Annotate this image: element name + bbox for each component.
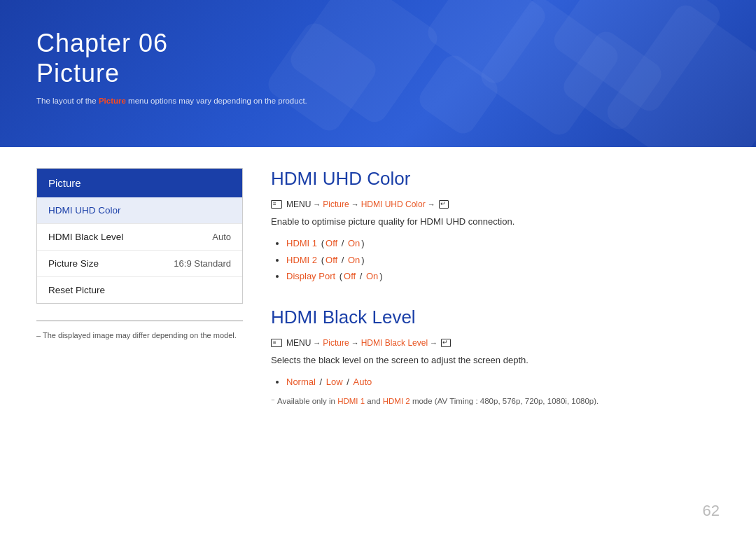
hdmi2-on: On [348,255,360,265]
footnote-hdmi1: HDMI 1 [337,397,365,405]
menu-path-link-picture: Picture [323,199,349,209]
menu-path-link-picture-2: Picture [323,338,349,348]
hdmi1-on: On [348,238,360,248]
option-auto: Auto [353,377,372,387]
chapter-title: Picture [36,58,720,88]
menu-path-menu-text: MENU [286,199,311,209]
menu-path-hdmi-uhd-color: MENU → Picture → HDMI UHD Color → [271,199,720,209]
option-low: Low [326,377,343,387]
header-section: Chapter 06 Picture The layout of the Pic… [0,0,756,147]
hdmi1-off: Off [326,238,337,248]
menu-icon-2 [271,339,282,347]
arrow-icon-4: → [313,339,321,347]
header-content: Chapter 06 Picture The layout of the Pic… [0,0,756,105]
menu-icon [271,200,282,209]
enter-icon-2 [441,339,451,347]
displayport-label: Display Port [286,271,335,281]
menu-item-label: HDMI Black Level [48,232,123,242]
page-wrapper: Chapter 06 Picture The layout of the Pic… [0,0,756,534]
menu-item-label: Picture Size [48,258,99,269]
hdmi-black-level-description: Selects the black level on the screen to… [271,353,720,368]
hdmi1-label: HDMI 1 [286,238,317,248]
sidebar-menu: Picture HDMI UHD Color HDMI Black Level … [36,168,243,304]
hdmi2-off: Off [326,255,337,265]
arrow-icon-6: → [430,339,438,347]
content-area: HDMI UHD Color MENU → Picture → HDMI UHD… [271,168,720,430]
arrow-icon-5: → [351,339,359,347]
bullet-black-level-options: Normal / Low / Auto [286,375,720,390]
header-note-prefix: The layout of the [36,97,99,105]
enter-icon [439,200,449,209]
menu-item-reset-picture[interactable]: Reset Picture [37,277,242,303]
page-number: 62 [703,502,720,520]
header-note-suffix: menu options may vary depending on the p… [126,97,307,105]
menu-item-hdmi-black-level[interactable]: HDMI Black Level Auto [37,224,242,251]
menu-item-label: HDMI UHD Color [48,205,121,216]
header-note: The layout of the Picture menu options m… [36,97,720,105]
sidebar-note: – The displayed image may differ dependi… [36,321,243,341]
hdmi-black-level-bullets: Normal / Low / Auto [271,375,720,390]
section-hdmi-black-level: HDMI Black Level MENU → Picture → HDMI B… [271,307,720,407]
menu-item-value: Auto [212,232,231,242]
sidebar: Picture HDMI UHD Color HDMI Black Level … [36,168,243,430]
section-hdmi-uhd-color: HDMI UHD Color MENU → Picture → HDMI UHD… [271,168,720,284]
bullet-hdmi1: HDMI 1 (Off / On) [286,237,720,251]
sidebar-note-text: – The displayed image may differ dependi… [36,331,237,339]
bullet-hdmi2: HDMI 2 (Off / On) [286,253,720,268]
main-content: Picture HDMI UHD Color HDMI Black Level … [0,147,756,451]
hdmi2-label: HDMI 2 [286,255,317,265]
displayport-on: On [366,271,378,281]
section-title-hdmi-uhd-color: HDMI UHD Color [271,168,720,190]
menu-item-hdmi-uhd-color[interactable]: HDMI UHD Color [37,197,242,224]
hdmi-uhd-color-bullets: HDMI 1 (Off / On) HDMI 2 (Off / On) Disp… [271,237,720,284]
footnote-suffix: mode (AV Timing : 480p, 576p, 720p, 1080… [410,397,599,405]
displayport-off: Off [344,271,356,281]
chapter-label: Chapter 06 [36,28,720,58]
section-title-hdmi-black-level: HDMI Black Level [271,307,720,328]
menu-path-link-hdmi-uhd-color: HDMI UHD Color [361,199,426,209]
option-normal: Normal [286,377,316,387]
hdmi-uhd-color-description: Enable to optimise picture quality for H… [271,215,720,230]
bullet-displayport: Display Port (Off / On) [286,269,720,284]
arrow-icon-2: → [351,200,359,209]
footnote-and: and [365,397,383,405]
menu-path-link-hdmi-black-level: HDMI Black Level [361,338,428,348]
menu-item-picture-size[interactable]: Picture Size 16:9 Standard [37,251,242,277]
arrow-icon-1: → [313,200,321,209]
footnote-prefix: Available only in [277,397,337,405]
menu-path-menu-text-2: MENU [286,338,311,348]
hdmi-black-level-footnote: Available only in HDMI 1 and HDMI 2 mode… [271,395,720,407]
arrow-icon-3: → [428,200,435,209]
footnote-hdmi2: HDMI 2 [383,397,410,405]
menu-path-hdmi-black-level: MENU → Picture → HDMI Black Level → [271,338,720,348]
sidebar-menu-title: Picture [37,169,242,197]
menu-item-value: 16:9 Standard [174,258,231,269]
header-note-highlight: Picture [99,97,126,105]
menu-item-label: Reset Picture [48,285,105,295]
